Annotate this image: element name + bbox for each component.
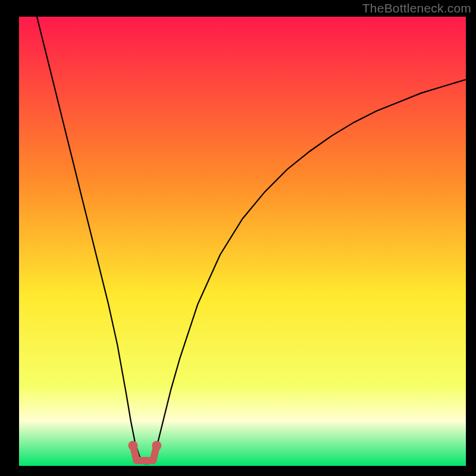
attribution-label: TheBottleneck.com — [362, 1, 471, 15]
min-region-dot — [129, 441, 138, 450]
plot-background — [19, 17, 466, 466]
chart-frame: TheBottleneck.com — [0, 0, 476, 476]
min-region-dot — [152, 441, 161, 450]
bottleneck-plot — [0, 0, 476, 476]
